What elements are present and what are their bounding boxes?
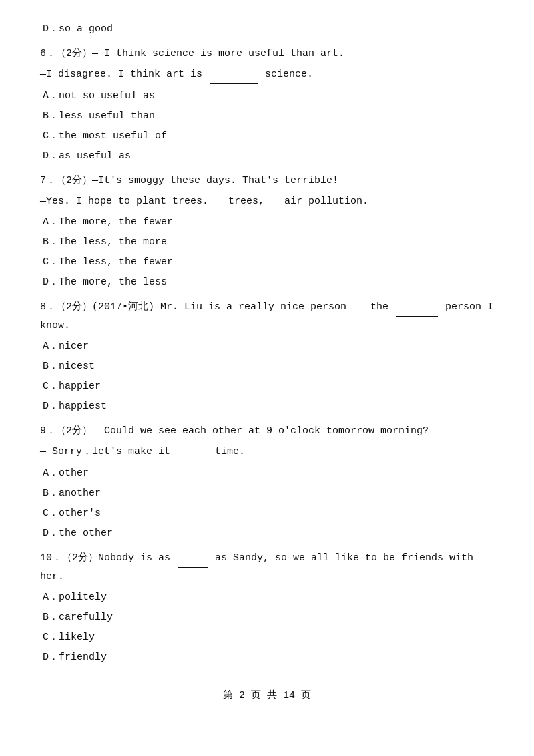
q10-line1: 10．（2分）Nobody is as as Sandy, so we all …: [40, 549, 494, 586]
option-line: D．so a good: [40, 20, 494, 38]
option-text: C．likely: [43, 632, 95, 643]
q7-optD: D．The more, the less: [40, 273, 494, 291]
option-text: C．other's: [43, 508, 101, 519]
q6-text2: —I disagree. I think art is science.: [40, 69, 313, 80]
q7-text2: —Yes. I hope to plant trees. trees, air …: [40, 196, 368, 207]
q8-optC: C．happier: [40, 377, 494, 395]
q7-optB: B．The less, the more: [40, 233, 494, 251]
q9-optD: D．the other: [40, 524, 494, 542]
question-9: 9．（2分）— Could we see each other at 9 o'c…: [40, 422, 494, 542]
q6-line2: —I disagree. I think art is science.: [40, 65, 494, 84]
q8-text1: 8．（2分）(2017•河北) Mr. Liu is a really nice…: [40, 301, 493, 331]
q10-optC: C．likely: [40, 628, 494, 646]
q6-optB: B．less useful than: [40, 107, 494, 125]
q10-blank: [178, 549, 208, 568]
option-text: A．politely: [43, 592, 107, 603]
q10-text1: 10．（2分）Nobody is as as Sandy, so we all …: [40, 552, 473, 582]
q10-optB: B．carefully: [40, 608, 494, 626]
q6-line1: 6．（2分）— I think science is more useful t…: [40, 45, 494, 63]
question-7: 7．（2分）—It's smoggy these days. That's te…: [40, 172, 494, 291]
q6-optA: A．not so useful as: [40, 87, 494, 105]
option-text: C．happier: [43, 381, 101, 392]
q9-text2: — Sorry，let's make it time.: [40, 446, 245, 457]
option-text: C．The less, the fewer: [43, 256, 173, 268]
option-text: B．less useful than: [43, 110, 155, 122]
q6-blank: [210, 65, 258, 84]
q9-optB: B．another: [40, 484, 494, 502]
option-text: D．The more, the less: [43, 276, 167, 288]
option-text: A．not so useful as: [43, 90, 155, 102]
question-6: 6．（2分）— I think science is more useful t…: [40, 45, 494, 165]
option-text: D．so a good: [43, 23, 113, 35]
q8-line1: 8．（2分）(2017•河北) Mr. Liu is a really nice…: [40, 298, 494, 335]
option-text: B．carefully: [43, 612, 113, 623]
q10-optD: D．friendly: [40, 648, 494, 667]
question-10: 10．（2分）Nobody is as as Sandy, so we all …: [40, 549, 494, 667]
q6-text1: 6．（2分）— I think science is more useful t…: [40, 48, 344, 59]
exam-content: D．so a good 6．（2分）— I think science is m…: [40, 20, 494, 705]
page-info: 第 2 页 共 14 页: [223, 690, 311, 701]
option-text: A．other: [43, 467, 89, 479]
q9-line2: — Sorry，let's make it time.: [40, 443, 494, 461]
option-text: D．friendly: [43, 652, 107, 663]
q8-blank: [396, 298, 438, 317]
q7-line1: 7．（2分）—It's smoggy these days. That's te…: [40, 172, 494, 190]
q6-optD: D．as useful as: [40, 147, 494, 165]
option-text: B．nicest: [43, 361, 95, 372]
option-text: C．the most useful of: [43, 130, 167, 142]
q10-optA: A．politely: [40, 588, 494, 606]
option-text: B．The less, the more: [43, 236, 167, 248]
q6-optC: C．the most useful of: [40, 127, 494, 145]
option-text: A．The more, the fewer: [43, 216, 173, 228]
q7-optC: C．The less, the fewer: [40, 253, 494, 271]
q7-text1: 7．（2分）—It's smoggy these days. That's te…: [40, 175, 338, 186]
q8-optB: B．nicest: [40, 357, 494, 375]
q9-optC: C．other's: [40, 504, 494, 522]
q9-line1: 9．（2分）— Could we see each other at 9 o'c…: [40, 422, 494, 440]
option-text: D．as useful as: [43, 150, 131, 162]
option-text: D．happiest: [43, 401, 107, 412]
prev-d-option: D．so a good: [40, 20, 494, 38]
q8-optD: D．happiest: [40, 397, 494, 415]
q7-optA: A．The more, the fewer: [40, 213, 494, 231]
option-text: A．nicer: [43, 341, 89, 352]
option-text: B．another: [43, 488, 101, 499]
q9-optA: A．other: [40, 464, 494, 482]
page-footer: 第 2 页 共 14 页: [40, 687, 494, 705]
q7-line2: —Yes. I hope to plant trees. trees, air …: [40, 192, 494, 210]
q9-blank: [178, 443, 208, 461]
question-8: 8．（2分）(2017•河北) Mr. Liu is a really nice…: [40, 298, 494, 415]
q8-optA: A．nicer: [40, 337, 494, 355]
option-text: D．the other: [43, 528, 113, 539]
q9-text1: 9．（2分）— Could we see each other at 9 o'c…: [40, 425, 429, 437]
